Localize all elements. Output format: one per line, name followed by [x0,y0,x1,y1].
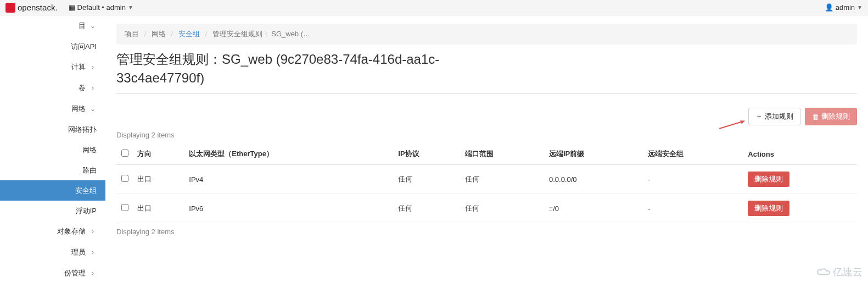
sidebar-item-compute[interactable]: 计算› [0,57,105,78]
row-checkbox[interactable] [121,204,128,211]
col-port-range: 端口范围 [461,143,545,165]
domain-label: Default • admin [77,3,126,12]
col-remote-ip: 远端IP前缀 [545,143,643,165]
cell-remote-sg: - [643,165,743,194]
annotation-arrow-icon [718,119,748,130]
page-title: 管理安全组规则：SG_web (9c270e83-74fa-416d-aa1c-… [116,50,512,87]
grid-icon: ▦ [69,3,75,12]
displaying-count-bottom: Displaying 2 items [116,228,857,236]
cell-port-range: 任何 [461,165,545,194]
sidebar-item-volumes[interactable]: 卷› [0,78,105,98]
plus-icon: ＋ [755,112,763,121]
trash-icon: 🗑 [812,113,819,121]
col-actions: Actions [743,143,857,165]
breadcrumb-secgroups[interactable]: 安全组 [178,30,200,38]
chevron-down-icon: ⌄ [90,22,96,30]
breadcrumb-project[interactable]: 项目 [125,30,139,38]
cell-ethertype: IPv6 [184,194,394,223]
chevron-right-icon: › [90,228,96,235]
watermark: 亿速云 [816,266,863,279]
table-row: 出口 IPv4 任何 任何 0.0.0.0/0 - 删除规则 [116,165,857,194]
toolbar: ＋ 添加规则 🗑 删除规则 [116,108,857,125]
sidebar-item-api[interactable]: 访问API [0,36,105,57]
table-row: 出口 IPv6 任何 任何 ::/0 - 删除规则 [116,194,857,223]
col-remote-sg: 远端安全组 [643,143,743,165]
delete-rule-button[interactable]: 🗑 删除规则 [805,108,857,125]
chevron-down-icon: ▼ [857,4,863,10]
cell-direction: 出口 [133,194,184,223]
chevron-right-icon: › [90,63,96,71]
logo[interactable]: openstack. [5,3,58,13]
col-direction: 方向 [133,143,184,165]
sidebar-item-identity[interactable]: 份管理› [0,263,105,282]
main-content: 项目 / 网络 / 安全组 / 管理安全组规则： SG_web (… 管理安全组… [105,15,868,282]
user-dropdown[interactable]: 👤 admin ▼ [825,3,863,12]
cell-remote-ip: ::/0 [545,194,643,223]
chevron-down-icon: ▼ [128,4,133,10]
topbar: openstack. ▦ Default • admin ▼ 👤 admin ▼ [0,0,868,15]
chevron-down-icon: ⌄ [90,105,96,113]
breadcrumb-network[interactable]: 网络 [152,30,166,38]
sidebar-item-networks[interactable]: 网络 [0,140,105,160]
sidebar-item-routers[interactable]: 路由 [0,160,105,180]
col-ethertype: 以太网类型（EtherType） [184,143,394,165]
sidebar-item-admin[interactable]: 理员› [0,242,105,263]
cell-direction: 出口 [133,165,184,194]
chevron-right-icon: › [90,248,96,256]
sidebar-item-project[interactable]: 目⌄ [0,15,105,36]
chevron-right-icon: › [90,269,96,277]
chevron-right-icon: › [90,84,96,92]
rules-table: 方向 以太网类型（EtherType） IP协议 端口范围 远端IP前缀 远端安… [116,143,857,223]
cell-protocol: 任何 [394,165,461,194]
logo-text: openstack. [18,3,58,12]
sidebar-item-network[interactable]: 网络⌄ [0,98,105,119]
user-icon: 👤 [825,3,833,12]
svg-line-0 [719,121,744,129]
cell-remote-ip: 0.0.0.0/0 [545,165,643,194]
cell-ethertype: IPv4 [184,165,394,194]
select-all-checkbox[interactable] [121,150,128,157]
sidebar: 目⌄ 访问API 计算› 卷› 网络⌄ 网络拓扑 网络 路由 安全组 浮动IP … [0,15,105,282]
col-protocol: IP协议 [394,143,461,165]
sidebar-item-security-groups[interactable]: 安全组 [0,180,105,201]
sidebar-item-floating-ip[interactable]: 浮动IP [0,201,105,221]
cloud-icon [816,267,831,277]
add-rule-button[interactable]: ＋ 添加规则 [748,108,800,125]
cell-port-range: 任何 [461,194,545,223]
domain-dropdown[interactable]: ▦ Default • admin ▼ [69,3,133,12]
openstack-logo-icon [5,3,15,13]
user-label: admin [836,3,855,12]
row-checkbox[interactable] [121,175,128,182]
breadcrumb-current: 管理安全组规则： SG_web (… [212,30,310,38]
table-header-row: 方向 以太网类型（EtherType） IP协议 端口范围 远端IP前缀 远端安… [116,143,857,165]
cell-remote-sg: - [643,194,743,223]
sidebar-item-object-store[interactable]: 对象存储› [0,221,105,242]
row-delete-button[interactable]: 删除规则 [748,201,789,216]
cell-protocol: 任何 [394,194,461,223]
displaying-count-top: Displaying 2 items [116,131,857,139]
breadcrumb: 项目 / 网络 / 安全组 / 管理安全组规则： SG_web (… [116,24,857,45]
row-delete-button[interactable]: 删除规则 [748,172,789,187]
sidebar-item-topology[interactable]: 网络拓扑 [0,119,105,140]
divider [116,93,857,94]
